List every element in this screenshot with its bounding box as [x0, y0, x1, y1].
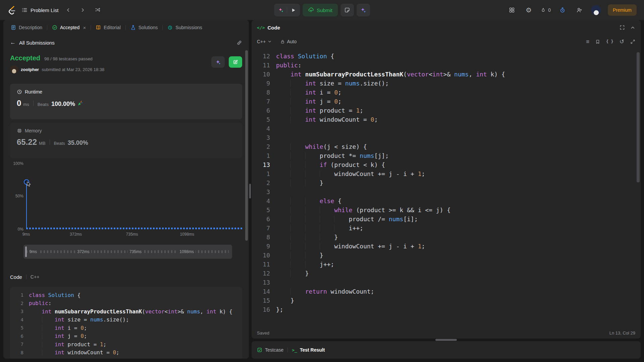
- tab-solutions[interactable]: Solutions: [127, 25, 161, 30]
- reset-code-icon[interactable]: ↺: [620, 39, 624, 45]
- code-line[interactable]: 2 while(j < size) {: [252, 142, 641, 151]
- braces-icon[interactable]: { }: [606, 39, 613, 44]
- code-line[interactable]: 12class Solution {: [252, 52, 641, 61]
- line-number: 15: [252, 297, 270, 304]
- user-avatar-topbar[interactable]: [591, 5, 601, 15]
- timer-icon[interactable]: [557, 5, 568, 15]
- code-line[interactable]: 9 int size = nums.size();: [252, 79, 641, 88]
- code-line[interactable]: 4: [252, 124, 641, 133]
- close-tab-icon[interactable]: ×: [83, 25, 86, 30]
- line-number: 6: [252, 216, 270, 223]
- line-content: }: [270, 252, 323, 259]
- streak-counter[interactable]: 0: [540, 7, 551, 13]
- code-line[interactable]: 15 }: [252, 296, 641, 305]
- testcases-passed: 98 / 98 testcases passed: [44, 56, 93, 61]
- code-line[interactable]: 10 int numSubarrayProductLessThanK(vecto…: [252, 70, 641, 79]
- line-number: 7: [10, 342, 23, 347]
- ai-sparkles-button[interactable]: [357, 4, 370, 16]
- copy-link-icon[interactable]: [236, 40, 242, 46]
- user-avatar[interactable]: [10, 65, 18, 73]
- code-line[interactable]: 4 int size = nums.size();: [10, 316, 242, 324]
- bookmark-icon[interactable]: [595, 39, 600, 44]
- lock-icon: [280, 40, 285, 44]
- code-line[interactable]: 11 j++;: [252, 260, 641, 269]
- code-line[interactable]: 13: [252, 278, 641, 287]
- debug-button[interactable]: [275, 4, 287, 16]
- ai-analyze-button[interactable]: [211, 56, 225, 68]
- code-line[interactable]: 8 int i = 0;: [252, 88, 641, 97]
- tab-test-result[interactable]: >_ Test Result: [292, 347, 325, 353]
- code-line[interactable]: 1 windowCount += j - i + 1;: [252, 169, 641, 178]
- tab-accepted[interactable]: Accepted ×: [49, 25, 89, 30]
- prev-problem-icon[interactable]: [63, 5, 73, 15]
- code-line[interactable]: 14 return windowCount;: [252, 287, 641, 296]
- code-line[interactable]: 12 }: [252, 269, 641, 278]
- next-problem-icon[interactable]: [78, 5, 88, 15]
- code-line[interactable]: 8 }: [252, 233, 641, 242]
- code-editor[interactable]: 12class Solution {11public:10 int numSub…: [252, 48, 641, 327]
- fullscreen-icon[interactable]: [620, 25, 625, 30]
- left-panel-scrollbar[interactable]: [245, 50, 248, 241]
- runtime-card[interactable]: Runtime 0 ms Beats 100.00%: [10, 84, 242, 119]
- code-line[interactable]: 6 int j = 0;: [10, 332, 242, 341]
- line-number: 1: [252, 152, 270, 159]
- code-line[interactable]: 3: [252, 133, 641, 142]
- code-line[interactable]: 8 int windowCount = 0;: [10, 349, 242, 357]
- tab-testcase[interactable]: Testcase: [257, 347, 283, 353]
- collapse-panel-icon[interactable]: [630, 25, 635, 30]
- code-line[interactable]: 2 }: [252, 178, 641, 187]
- code-line[interactable]: 2public:: [10, 299, 242, 308]
- code-line[interactable]: 11public:: [252, 61, 641, 70]
- code-line[interactable]: 10 }: [252, 251, 641, 260]
- tab-editorial[interactable]: Editorial: [92, 25, 124, 30]
- code-line[interactable]: 5 int windowCount = 0;: [252, 115, 641, 124]
- code-line[interactable]: 9 windowCount += j - i + 1;: [252, 242, 641, 251]
- settings-gear-icon[interactable]: ⚙: [524, 5, 534, 15]
- invite-user-icon[interactable]: [574, 5, 584, 15]
- expand-editor-icon[interactable]: [630, 39, 635, 44]
- submit-button[interactable]: Submit: [303, 4, 338, 16]
- code-line[interactable]: 6 int product = 1;: [252, 106, 641, 115]
- code-line[interactable]: 5 while (product >= k && i <= j) {: [252, 205, 641, 215]
- problem-list-button[interactable]: Problem List: [21, 7, 58, 13]
- panel-resize-handle-horizontal[interactable]: [435, 339, 457, 341]
- distribution-range-slider[interactable]: 9ms 372ms 735ms 1098ms: [23, 245, 232, 259]
- code-line[interactable]: 1 product *= nums[j];: [252, 151, 641, 160]
- line-number: 4: [252, 125, 270, 132]
- code-line[interactable]: 6 product /= nums[i];: [252, 215, 641, 224]
- all-submissions-link[interactable]: All Submissions: [19, 40, 55, 46]
- code-line[interactable]: 7 int j = 0;: [252, 97, 641, 106]
- code-line[interactable]: 3: [252, 187, 641, 196]
- run-button[interactable]: [287, 4, 299, 16]
- memory-card[interactable]: Memory 65.22 MB Beats 35.00%: [10, 123, 242, 158]
- code-line[interactable]: 1class Solution {: [10, 291, 242, 299]
- memory-beats-value: 35.00%: [68, 139, 88, 146]
- notes-button[interactable]: [340, 4, 354, 16]
- code-line[interactable]: 13 if (product < k) {: [252, 160, 641, 169]
- code-line[interactable]: 7 i++;: [252, 224, 641, 233]
- code-line[interactable]: 5 int i = 0;: [10, 324, 242, 332]
- format-code-icon[interactable]: ≡: [586, 39, 589, 45]
- code-line[interactable]: 7 int product = 1;: [10, 340, 242, 349]
- layout-grid-icon[interactable]: [507, 5, 517, 15]
- language-selector[interactable]: C++: [257, 39, 272, 44]
- publish-solution-button[interactable]: [229, 56, 242, 68]
- line-content: int i = 0;: [23, 325, 87, 331]
- tab-description[interactable]: Description: [7, 25, 46, 30]
- autocomplete-toggle[interactable]: Auto: [280, 39, 297, 44]
- code-line[interactable]: 3 int numSubarrayProductLessThanK(vector…: [10, 307, 242, 316]
- panel-resize-handle-vertical[interactable]: [249, 184, 251, 198]
- code-line[interactable]: 16};: [252, 305, 641, 314]
- editor-scrollbar[interactable]: [637, 52, 640, 182]
- tab-submissions[interactable]: Submissions: [164, 25, 205, 30]
- shuffle-icon[interactable]: [93, 5, 103, 15]
- line-content: int j = 0;: [23, 333, 87, 339]
- back-icon[interactable]: ←: [10, 39, 16, 46]
- line-number: 8: [252, 234, 270, 241]
- premium-button[interactable]: Premium: [608, 4, 637, 16]
- line-content: int numSubarrayProductLessThanK(vector<i…: [23, 308, 232, 315]
- code-line[interactable]: 4 else {: [252, 196, 641, 205]
- username[interactable]: zoolpher: [21, 67, 39, 72]
- leetcode-logo[interactable]: [7, 5, 17, 15]
- slider-handle[interactable]: [25, 246, 27, 257]
